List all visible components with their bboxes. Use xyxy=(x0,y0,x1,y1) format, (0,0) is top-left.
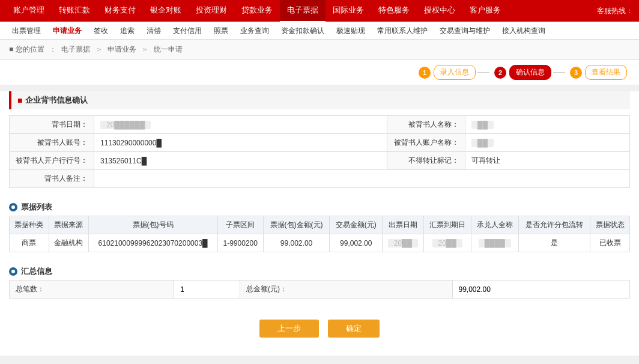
cell-source: 金融机构 xyxy=(49,234,88,252)
label-total-amount: 总金额(元)： xyxy=(240,281,452,299)
nav-loan[interactable]: 贷款业务 xyxy=(234,0,280,22)
breadcrumb-item2: 申请业务 xyxy=(108,45,136,53)
nav-transfer[interactable]: 转账汇款 xyxy=(52,0,97,22)
subnav-credit[interactable]: 支付信用 xyxy=(167,22,208,40)
label-remark: 背书人备注： xyxy=(10,170,94,188)
ticket-table-header: 票据种类 票据来源 票据(包)号码 子票区间 票据(包)金额(元) 交易金额(元… xyxy=(10,216,630,234)
nav-invest[interactable]: 投资理财 xyxy=(189,0,234,22)
breadcrumb-item1: 电子票据 xyxy=(61,45,90,53)
step-connector-2 xyxy=(553,72,565,73)
th-acceptor: 承兑人全称 xyxy=(471,216,518,234)
nav-ebill[interactable]: 电子票据 xyxy=(280,0,326,22)
subnav-claim[interactable]: 追索 xyxy=(114,22,141,40)
value-no-transfer: 可再转让 xyxy=(465,152,630,170)
summary-row: 总笔数： 1 总金额(元)： 99,002.00 xyxy=(10,281,630,299)
breadcrumb-root: 您的位置 xyxy=(16,45,44,53)
info-row-account: 被背书人账号： 11130290000000█ 被背书人账户名称： ██ xyxy=(10,134,630,152)
breadcrumb: ■ 您的位置 ： 电子票据 ＞ 申请业务 ＞ 统一申请 xyxy=(0,40,639,60)
section-icon: ■ xyxy=(17,96,22,105)
step1-circle: 1 xyxy=(419,67,431,79)
main-content: ■ 企业背书信息确认 背书日期： 20██████ 被背书人名称： ██ 被背书… xyxy=(0,91,639,356)
step1-label: 录入信息 xyxy=(434,65,476,80)
endorsement-info-table: 背书日期： 20██████ 被背书人名称： ██ 被背书人账号： 111302… xyxy=(9,115,630,188)
ticket-list-title: 票据列表 xyxy=(9,197,630,216)
prev-button[interactable]: 上一步 xyxy=(259,320,319,338)
label-total-count: 总笔数： xyxy=(10,281,174,299)
value-endorsee-name: ██ xyxy=(465,116,630,134)
value-total-amount: 99,002.00 xyxy=(452,281,630,299)
subnav-txquery[interactable]: 交易查询与维护 xyxy=(434,22,496,40)
step-1: 1 录入信息 xyxy=(419,65,476,80)
cell-code: 61021000999962023070200003█ xyxy=(88,234,217,252)
step-2: 2 确认信息 xyxy=(494,65,551,80)
label-endorsee-name: 被背书人名称： xyxy=(387,116,465,134)
cell-amount: 99,002.00 xyxy=(263,234,329,252)
th-status: 票据状态 xyxy=(590,216,630,234)
subnav-discount[interactable]: 极速贴现 xyxy=(330,22,371,40)
breadcrumb-item3: 统一申请 xyxy=(154,45,183,53)
nav-finance[interactable]: 财务支付 xyxy=(97,0,143,22)
ticket-table: 票据种类 票据来源 票据(包)号码 子票区间 票据(包)金额(元) 交易金额(元… xyxy=(9,216,630,252)
nav-special[interactable]: 特色服务 xyxy=(371,0,417,22)
breadcrumb-icon: ■ xyxy=(9,45,13,53)
step-connector-1 xyxy=(477,72,489,73)
top-nav: 账户管理 转账汇款 财务支付 银企对账 投资理财 贷款业务 电子票据 国际业务 … xyxy=(6,0,508,22)
value-endorse-date: 20██████ xyxy=(94,116,387,134)
table-row: 商票 金融机构 61021000999962023070200003█ 1-99… xyxy=(10,234,630,252)
endorsee-name-value: ██ xyxy=(471,121,494,129)
step3-label: 查看结果 xyxy=(585,65,627,80)
nav-auth[interactable]: 授权中心 xyxy=(417,0,462,22)
cell-allow-split: 是 xyxy=(518,234,590,252)
step-3: 3 查看结果 xyxy=(570,65,627,80)
cell-acceptor: ████ xyxy=(471,234,518,252)
cell-type: 商票 xyxy=(10,234,49,252)
info-row-date: 背书日期： 20██████ 被背书人名称： ██ xyxy=(10,116,630,134)
label-bank-code: 被背书人开户行行号： xyxy=(10,152,94,170)
nav-service[interactable]: 客户服务 xyxy=(462,0,508,22)
value-endorsee-account: 11130290000000█ xyxy=(94,134,387,152)
sub-nav: 出票管理 申请业务 签收 追索 清偿 支付信用 照票 业务查询 资金扣款确认 极… xyxy=(0,22,639,40)
th-allow-split: 是否允许分包流转 xyxy=(518,216,590,234)
label-endorsee-account: 被背书人账号： xyxy=(10,134,94,152)
th-issue-date: 出票日期 xyxy=(383,216,423,234)
subnav-query[interactable]: 业务查询 xyxy=(234,22,275,40)
confirm-button[interactable]: 确定 xyxy=(328,320,380,338)
top-service-label: 客服热线： xyxy=(597,6,633,16)
nav-intl[interactable]: 国际业务 xyxy=(326,0,371,22)
endorsee-acct-name-value: ██ xyxy=(471,139,494,147)
label-endorse-date: 背书日期： xyxy=(10,116,94,134)
due-date-value: 20██ xyxy=(432,239,462,247)
value-total-count: 1 xyxy=(174,281,240,299)
summary-title-icon xyxy=(9,267,17,276)
value-remark xyxy=(94,170,630,188)
subnav-institution[interactable]: 接入机构查询 xyxy=(496,22,551,40)
step2-circle: 2 xyxy=(494,67,506,79)
subnav-issue[interactable]: 出票管理 xyxy=(6,22,47,40)
info-row-bankcode: 被背书人开户行行号： 313526011C█ 不得转让标记： 可再转让 xyxy=(10,152,630,170)
buttons-area: 上一步 确定 xyxy=(9,311,630,347)
value-endorsee-account-name: ██ xyxy=(465,134,630,152)
subnav-clear[interactable]: 清偿 xyxy=(141,22,167,40)
th-code: 票据(包)号码 xyxy=(88,216,217,234)
subnav-contacts[interactable]: 常用联系人维护 xyxy=(371,22,434,40)
summary-title-text: 汇总信息 xyxy=(21,266,52,277)
nav-account[interactable]: 账户管理 xyxy=(6,0,52,22)
label-no-transfer: 不得转让标记： xyxy=(387,152,465,170)
subnav-sign[interactable]: 签收 xyxy=(88,22,114,40)
cell-status: 已收票 xyxy=(590,234,630,252)
section-title-text: 企业背书信息确认 xyxy=(25,95,88,106)
ticket-title-icon xyxy=(9,203,17,211)
nav-reconcile[interactable]: 银企对账 xyxy=(143,0,189,22)
cell-trade-amount: 99,002.00 xyxy=(330,234,383,252)
top-bar: 账户管理 转账汇款 财务支付 银企对账 投资理财 贷款业务 电子票据 国际业务 … xyxy=(0,0,639,22)
subnav-photo[interactable]: 照票 xyxy=(208,22,234,40)
endorse-date-value: 20██████ xyxy=(100,121,151,129)
subnav-apply[interactable]: 申请业务 xyxy=(47,22,88,40)
subnav-deduct[interactable]: 资金扣款确认 xyxy=(275,22,330,40)
th-type: 票据种类 xyxy=(10,216,49,234)
ticket-title-text: 票据列表 xyxy=(21,202,52,213)
th-subrange: 子票区间 xyxy=(217,216,263,234)
step3-circle: 3 xyxy=(570,67,582,79)
label-endorsee-account-name: 被背书人账户名称： xyxy=(387,134,465,152)
summary-table: 总笔数： 1 总金额(元)： 99,002.00 xyxy=(9,280,630,299)
